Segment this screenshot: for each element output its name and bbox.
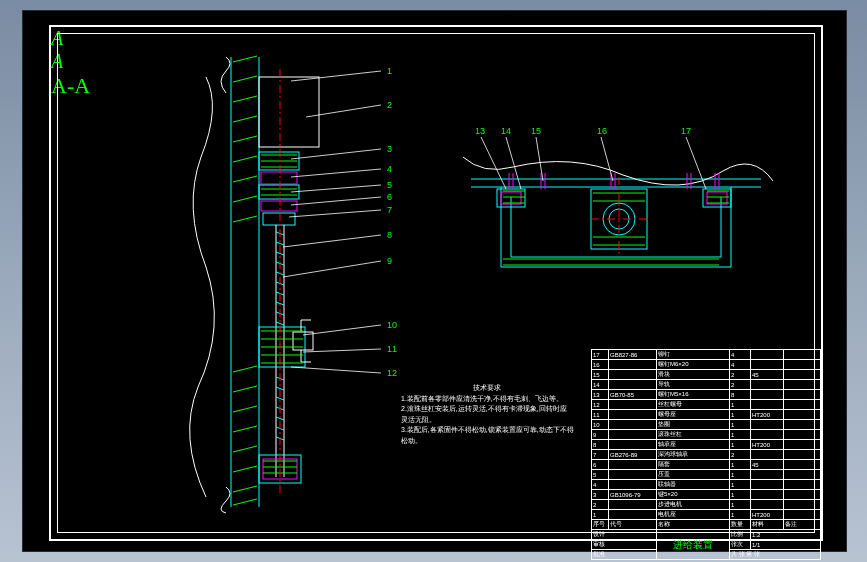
callout-8: 8 — [387, 231, 392, 240]
bom-row: 16螺钉M6×204 — [592, 360, 821, 370]
main-view — [131, 47, 411, 517]
callout-15: 15 — [531, 127, 541, 136]
callout-16: 16 — [597, 127, 607, 136]
bom-row: 2步进电机1 — [592, 500, 821, 510]
callout-2: 2 — [387, 101, 392, 110]
notes-block: 技术要求 1.装配前各零部件应清洗干净,不得有毛刺、飞边等。 2.滚珠丝杠安装后… — [401, 383, 574, 446]
bom-row: 6隔套145 — [592, 460, 821, 470]
title-row: 设计 进给装置 比例 1:2 — [592, 530, 821, 540]
bom-row: 4联轴器1 — [592, 480, 821, 490]
callout-12: 12 — [387, 369, 397, 378]
bom-row: 10垫圈1 — [592, 420, 821, 430]
callout-9: 9 — [387, 257, 392, 266]
notes-line1: 1.装配前各零部件应清洗干净,不得有毛刺、飞边等。 — [401, 394, 574, 405]
callout-13: 13 — [475, 127, 485, 136]
callout-4: 4 — [387, 165, 392, 174]
bom-header-row: 序号 代号 名称 数量 材料 备注 — [592, 520, 821, 530]
notes-line2b: 灵活无阻。 — [401, 415, 574, 426]
bom-row: 5压盖1 — [592, 470, 821, 480]
callout-7: 7 — [387, 206, 392, 215]
bom-row: 14导轨2 — [592, 380, 821, 390]
callout-10: 10 — [387, 321, 397, 330]
bom-row: 9滚珠丝杠1 — [592, 430, 821, 440]
callout-1: 1 — [387, 67, 392, 76]
callout-3: 3 — [387, 145, 392, 154]
bom-row: 12丝杠螺母1 — [592, 400, 821, 410]
notes-line3: 3.装配后,各紧固件不得松动,锁紧装置应可靠,动态下不得 — [401, 425, 574, 436]
callout-5: 5 — [387, 181, 392, 190]
section-view — [451, 117, 781, 317]
bom-row: 17GB827-86铆钉4 — [592, 350, 821, 360]
callout-17: 17 — [681, 127, 691, 136]
bom-row: 8轴承座1HT200 — [592, 440, 821, 450]
bom-row: 7GB276-89深沟球轴承2 — [592, 450, 821, 460]
callout-6: 6 — [387, 193, 392, 202]
bom-row: 1电机座1HT200 — [592, 510, 821, 520]
bom-row: 3GB1096-79键5×201 — [592, 490, 821, 500]
bom-row: 13GB70-85螺钉M5×168 — [592, 390, 821, 400]
svg-rect-4 — [261, 201, 297, 211]
svg-rect-2 — [261, 172, 297, 184]
notes-line3b: 松动。 — [401, 436, 574, 447]
callout-14: 14 — [501, 127, 511, 136]
notes-line2: 2.滚珠丝杠安装后,运转灵活,不得有卡滞现象,回转时应 — [401, 404, 574, 415]
svg-rect-13 — [707, 192, 727, 204]
bom-row: 11螺母座1HT200 — [592, 410, 821, 420]
cad-viewport[interactable]: 1 2 3 4 5 6 7 8 9 10 11 12 A A — [22, 10, 847, 552]
callout-11: 11 — [387, 345, 397, 354]
svg-rect-5 — [263, 213, 295, 225]
svg-rect-0 — [259, 77, 319, 147]
drawing-frame: 1 2 3 4 5 6 7 8 9 10 11 12 A A — [49, 25, 823, 541]
notes-title: 技术要求 — [401, 383, 574, 394]
bom-row: 15滑块245 — [592, 370, 821, 380]
bom-table: 17GB827-86铆钉416螺钉M6×20415滑块24514导轨213GB7… — [591, 349, 821, 560]
title-block: 17GB827-86铆钉416螺钉M6×20415滑块24514导轨213GB7… — [591, 349, 821, 539]
